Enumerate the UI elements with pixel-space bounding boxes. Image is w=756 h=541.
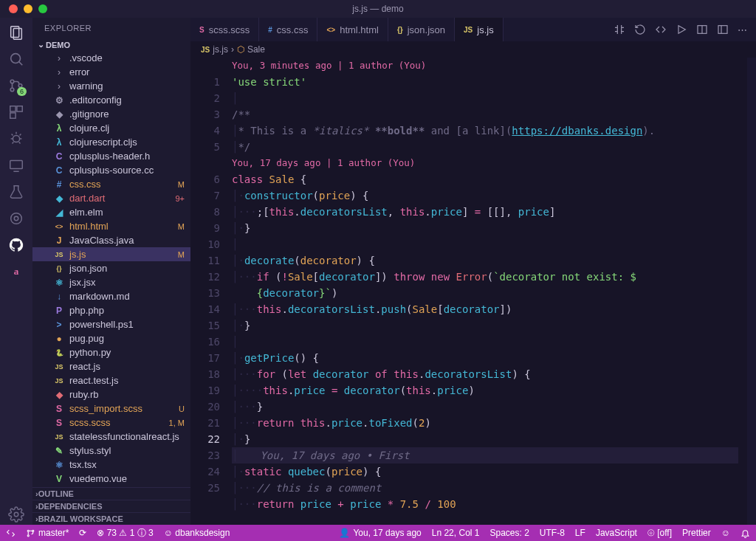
debug-icon[interactable] (6, 128, 27, 149)
more-icon[interactable]: ⋯ (738, 24, 747, 35)
file-row[interactable]: JJavaClass.java (32, 233, 190, 247)
file-row[interactable]: Vvuedemo.vue (32, 472, 190, 486)
overview-ruler[interactable] (747, 58, 756, 525)
file-icon: ◢ (53, 207, 65, 218)
code-editor[interactable]: 12345 6789101112131415161718192021222324… (190, 58, 756, 525)
explorer-icon[interactable] (6, 22, 27, 43)
file-icon: JS (53, 377, 65, 385)
chevron-down-icon: ⌄ (35, 40, 46, 49)
status-feedback-icon[interactable]: ☺ (721, 528, 730, 538)
status-user[interactable]: ☺ dbanksdesign (164, 528, 230, 538)
file-row[interactable]: JSreact.test.js (32, 373, 190, 387)
status-problems[interactable]: ⊗ 73 ⚠ 1 ⓘ 3 (97, 527, 153, 540)
file-row[interactable]: Ccplusplus-source.cc (32, 163, 190, 177)
file-row[interactable]: >powershell.ps1 (32, 317, 190, 331)
open-changes-icon[interactable] (655, 24, 667, 35)
source-control-icon[interactable]: 6 (6, 75, 27, 96)
breadcrumb[interactable]: JS js.js › ⬡ Sale (190, 41, 756, 58)
file-row[interactable]: Pphp.php (32, 303, 190, 317)
tab-label: js.js (477, 24, 493, 35)
status-bell-icon[interactable] (740, 528, 750, 538)
tab-js-js[interactable]: JSjs.js (455, 18, 504, 41)
amazon-icon[interactable]: a (6, 261, 27, 282)
file-name: dart.dart (69, 193, 172, 204)
status-eol[interactable]: LF (575, 528, 585, 538)
status-remote[interactable] (6, 528, 16, 538)
sidebar-section-brazil-workspace[interactable]: ›BRAZIL WORKSPACE (32, 512, 190, 525)
file-row[interactable]: ●pug.pug (32, 331, 190, 345)
file-row[interactable]: {}json.json (32, 261, 190, 275)
status-indent[interactable]: Spaces: 2 (489, 528, 529, 538)
test-icon[interactable] (6, 182, 27, 202)
target-icon[interactable] (6, 208, 27, 229)
close-window-button[interactable] (9, 4, 18, 13)
tab-label: html.html (340, 24, 379, 35)
tab-file-icon: <> (326, 26, 335, 34)
revert-icon[interactable] (634, 24, 646, 35)
maximize-window-button[interactable] (38, 4, 47, 13)
file-icon: > (53, 320, 65, 330)
file-status-badge: 9+ (172, 194, 185, 203)
file-row[interactable]: JSstatelessfunctionalreact.js (32, 430, 190, 444)
run-icon[interactable] (676, 24, 687, 35)
folder-icon: › (53, 53, 65, 63)
file-row[interactable]: ↓markdown.md (32, 289, 190, 303)
tab-json-json[interactable]: {}json.json (388, 18, 455, 41)
file-row[interactable]: ◢elm.elm (32, 205, 190, 219)
extensions-icon[interactable] (6, 102, 27, 123)
layout-icon[interactable] (717, 24, 729, 35)
status-tabnine[interactable]: ⦾ [off] (647, 528, 672, 538)
file-row[interactable]: JSjs.jsM (32, 247, 190, 261)
file-row[interactable]: ◆ruby.rb (32, 387, 190, 402)
file-row[interactable]: ✎stylus.styl (32, 444, 190, 458)
file-tree[interactable]: ›.vscode›error›warning⚙.editorconfig◆.gi… (32, 51, 190, 487)
minimize-window-button[interactable] (24, 4, 32, 13)
file-row[interactable]: ⚛jsx.jsx (32, 275, 190, 289)
settings-gear-icon[interactable] (6, 504, 27, 525)
remote-icon[interactable] (6, 155, 27, 176)
file-row[interactable]: #css.cssM (32, 177, 190, 191)
github-icon[interactable] (6, 235, 27, 255)
file-row[interactable]: λclojure.clj (32, 121, 190, 135)
sidebar-section-demo[interactable]: ⌄ DEMO (32, 38, 190, 51)
file-icon: C (53, 151, 65, 162)
file-row[interactable]: Sscss.scss1, M (32, 416, 190, 430)
status-branch[interactable]: master* (26, 528, 69, 538)
file-icon: ↓ (53, 292, 65, 302)
file-name: cplusplus-header.h (69, 151, 185, 162)
file-row[interactable]: Sscss_import.scssU (32, 402, 190, 416)
status-prettier[interactable]: Prettier (682, 528, 711, 538)
file-row[interactable]: ⚙.editorconfig (32, 93, 190, 107)
split-editor-icon[interactable] (696, 24, 708, 35)
status-position[interactable]: Ln 22, Col 1 (432, 528, 480, 538)
file-row[interactable]: ›warning (32, 79, 190, 93)
file-row[interactable]: ◆dart.dart9+ (32, 191, 190, 205)
file-row[interactable]: Ccplusplus-header.h (32, 149, 190, 163)
file-row[interactable]: 🐍python.py (32, 345, 190, 359)
sidebar-section-outline[interactable]: ›OUTLINE (32, 487, 190, 500)
file-row[interactable]: <>html.htmlM (32, 219, 190, 233)
file-icon: 🐍 (53, 349, 65, 356)
file-row[interactable]: JSreact.js (32, 359, 190, 373)
status-encoding[interactable]: UTF-8 (540, 528, 565, 538)
file-name: error (69, 66, 185, 77)
tab-label: json.json (408, 24, 445, 35)
tab-scss-scss[interactable]: Sscss.scss (190, 18, 259, 41)
tab-css-css[interactable]: #css.css (259, 18, 317, 41)
tab-file-icon: JS (464, 26, 472, 34)
status-blame[interactable]: 👤You, 17 days ago (339, 528, 421, 538)
file-row[interactable]: ›error (32, 65, 190, 79)
file-icon: C (53, 165, 65, 176)
file-row[interactable]: λclojurescript.cljs (32, 135, 190, 149)
status-sync[interactable]: ⟳ (79, 528, 86, 538)
svg-line-3 (19, 62, 23, 66)
status-language[interactable]: JavaScript (596, 528, 637, 538)
sidebar-section-dependencies[interactable]: ›DEPENDENCIES (32, 500, 190, 512)
search-icon[interactable] (6, 49, 27, 69)
file-name: .gitignore (69, 108, 185, 120)
file-row[interactable]: ›.vscode (32, 51, 190, 65)
file-row[interactable]: ⚛tsx.tsx (32, 458, 190, 472)
file-row[interactable]: ◆.gitignore (32, 107, 190, 121)
tab-html-html[interactable]: <>html.html (317, 18, 388, 41)
compare-icon[interactable] (614, 24, 625, 35)
